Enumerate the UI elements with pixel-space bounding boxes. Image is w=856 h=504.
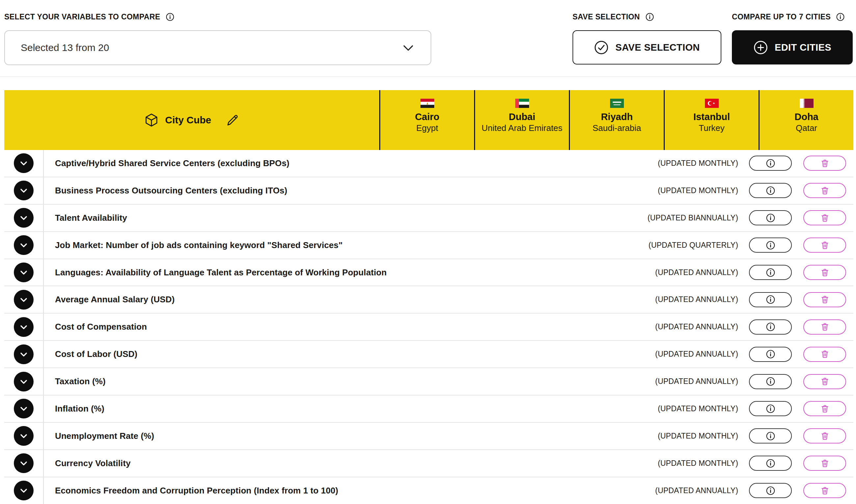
- update-frequency-label: (UPDATED BIANNUALLY): [648, 214, 738, 222]
- table-title: City Cube: [165, 114, 211, 126]
- variable-label: Cost of Labor (USD): [55, 349, 137, 359]
- row-delete-button[interactable]: [803, 347, 846, 362]
- row-info-button[interactable]: [749, 265, 792, 280]
- info-icon: [766, 349, 775, 359]
- update-frequency-label: (UPDATED ANNUALLY): [655, 295, 738, 304]
- edit-title-button[interactable]: [226, 113, 240, 127]
- save-selection-button[interactable]: SAVE SELECTION: [573, 30, 721, 65]
- expand-row-button[interactable]: [14, 453, 34, 473]
- variable-row: Languages: Availability of Language Tale…: [4, 259, 853, 287]
- row-info-button[interactable]: [749, 210, 792, 226]
- chevron-down-icon: [18, 240, 29, 250]
- chevron-down-icon: [18, 458, 29, 468]
- row-info-button[interactable]: [749, 183, 792, 198]
- save-selection-button-label: SAVE SELECTION: [615, 42, 700, 53]
- expand-row-button[interactable]: [14, 153, 34, 173]
- chevron-down-icon: [18, 376, 29, 387]
- expand-row-button[interactable]: [14, 481, 34, 500]
- info-icon: [766, 186, 775, 195]
- row-info-button[interactable]: [749, 320, 792, 335]
- row-info-button[interactable]: [749, 456, 792, 471]
- update-frequency-label: (UPDATED ANNUALLY): [655, 350, 738, 359]
- row-info-button[interactable]: [749, 428, 792, 444]
- row-info-button[interactable]: [749, 374, 792, 389]
- row-expand-cell: [4, 286, 44, 313]
- chevron-down-icon: [18, 403, 29, 414]
- variable-label: Average Annual Salary (USD): [55, 294, 174, 305]
- variable-label: Currency Volatility: [55, 458, 131, 468]
- update-frequency-label: (UPDATED MONTHLY): [658, 459, 738, 468]
- row-delete-button[interactable]: [803, 265, 846, 280]
- variable-label: Unemployment Rate (%): [55, 431, 154, 441]
- row-delete-button[interactable]: [803, 292, 846, 307]
- row-expand-cell: [4, 313, 44, 340]
- row-expand-cell: [4, 150, 44, 177]
- row-info-button[interactable]: [749, 483, 792, 498]
- variable-row: Talent Availability (UPDATED BIANNUALLY): [4, 205, 853, 232]
- chevron-down-icon: [401, 40, 416, 55]
- expand-row-button[interactable]: [14, 372, 34, 392]
- info-icon: [766, 322, 775, 331]
- save-selection-label: SAVE SELECTION: [573, 13, 640, 21]
- variables-info-icon[interactable]: [165, 13, 174, 21]
- row-delete-button[interactable]: [803, 401, 846, 416]
- update-frequency-label: (UPDATED MONTHLY): [658, 186, 738, 195]
- save-selection-label-row: SAVE SELECTION: [573, 10, 721, 24]
- variable-row: Captive/Hybrid Shared Service Centers (e…: [4, 150, 853, 177]
- variable-row: Cost of Compensation (UPDATED ANNUALLY): [4, 313, 853, 341]
- variables-dropdown[interactable]: Selected 13 from 20: [4, 30, 431, 65]
- row-delete-button[interactable]: [803, 183, 846, 198]
- row-expand-cell: [4, 205, 44, 231]
- turkey-flag-icon: [705, 99, 719, 108]
- expand-row-button[interactable]: [14, 263, 34, 282]
- expand-row-button[interactable]: [14, 317, 34, 337]
- row-info-button[interactable]: [749, 292, 792, 307]
- toolbar: SELECT YOUR VARIABLES TO COMPARE Selecte…: [0, 0, 856, 77]
- expand-row-button[interactable]: [14, 235, 34, 255]
- row-expand-cell: [4, 423, 44, 449]
- variables-section: SELECT YOUR VARIABLES TO COMPARE Selecte…: [4, 10, 431, 65]
- city-cube-header: City Cube: [4, 90, 379, 150]
- update-frequency-label: (UPDATED MONTHLY): [658, 432, 738, 440]
- expand-row-button[interactable]: [14, 399, 34, 418]
- row-delete-button[interactable]: [803, 156, 846, 171]
- update-frequency-label: (UPDATED ANNUALLY): [655, 377, 738, 386]
- edit-cities-section: COMPARE UP TO 7 CITIES EDIT CITIES: [732, 10, 853, 65]
- row-expand-cell: [4, 341, 44, 367]
- row-info-button[interactable]: [749, 401, 792, 416]
- egypt-flag-icon: [420, 99, 434, 108]
- row-info-button[interactable]: [749, 156, 792, 171]
- saudi-arabia-flag-icon: [610, 99, 624, 108]
- compare-cities-info-icon[interactable]: [836, 13, 845, 21]
- update-frequency-label: (UPDATED ANNUALLY): [655, 486, 738, 495]
- edit-cities-button[interactable]: EDIT CITIES: [732, 30, 853, 65]
- row-delete-button[interactable]: [803, 210, 846, 226]
- row-delete-button[interactable]: [803, 456, 846, 471]
- trash-icon: [820, 159, 829, 168]
- variable-label: Inflation (%): [55, 404, 104, 414]
- row-delete-button[interactable]: [803, 483, 846, 498]
- expand-row-button[interactable]: [14, 181, 34, 200]
- city-column: Cairo Egypt: [379, 90, 474, 150]
- variable-label: Business Process Outsourcing Centers (ex…: [55, 185, 287, 196]
- row-delete-button[interactable]: [803, 374, 846, 389]
- expand-row-button[interactable]: [14, 344, 34, 364]
- row-delete-button[interactable]: [803, 428, 846, 444]
- trash-icon: [820, 213, 829, 223]
- row-delete-button[interactable]: [803, 320, 846, 335]
- save-selection-info-icon[interactable]: [645, 13, 654, 21]
- variable-row: Business Process Outsourcing Centers (ex…: [4, 177, 853, 205]
- expand-row-button[interactable]: [14, 290, 34, 310]
- update-frequency-label: (UPDATED MONTHLY): [658, 159, 738, 168]
- chevron-down-icon: [18, 431, 29, 441]
- expand-row-button[interactable]: [14, 426, 34, 446]
- city-name: Cairo: [415, 110, 439, 123]
- info-icon: [766, 240, 775, 250]
- table-header: City Cube Cairo Egypt Dubai United Arab …: [4, 90, 853, 150]
- row-info-button[interactable]: [749, 237, 792, 253]
- variable-row: Currency Volatility (UPDATED MONTHLY): [4, 450, 853, 478]
- expand-row-button[interactable]: [14, 208, 34, 228]
- row-info-button[interactable]: [749, 347, 792, 362]
- country-name: United Arab Emirates: [482, 123, 563, 133]
- row-delete-button[interactable]: [803, 237, 846, 253]
